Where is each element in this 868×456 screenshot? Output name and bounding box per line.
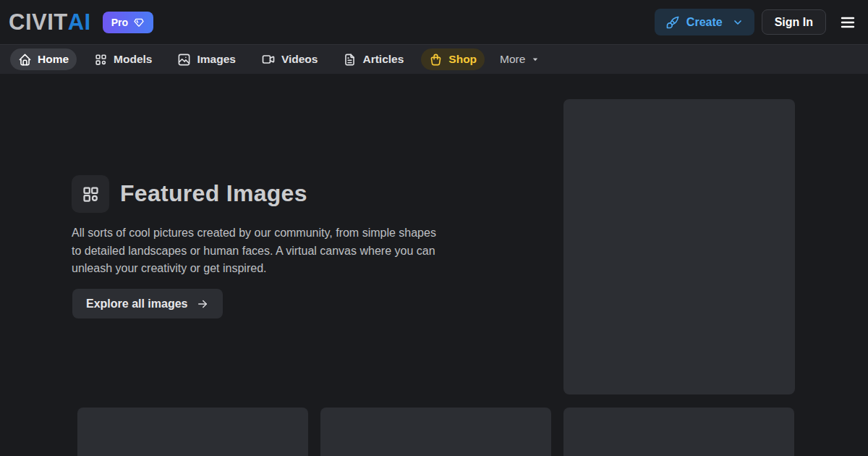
caret-down-icon	[530, 54, 540, 64]
shopping-bag-icon	[429, 53, 443, 67]
create-button[interactable]: Create	[655, 9, 754, 35]
diamond-icon	[133, 17, 145, 28]
logo-text-civit: CIVIT	[9, 9, 68, 35]
nav-label: Videos	[281, 53, 318, 66]
pro-badge-label: Pro	[111, 17, 128, 28]
video-camera-icon	[261, 52, 276, 67]
create-button-label: Create	[686, 16, 723, 29]
nav-item-videos[interactable]: Videos	[253, 48, 326, 70]
featured-images-icon-box	[72, 175, 109, 213]
nav-label: More	[500, 53, 525, 66]
pro-badge-button[interactable]: Pro	[103, 12, 153, 33]
home-icon	[18, 53, 32, 67]
image-card-placeholder[interactable]	[77, 408, 308, 456]
main-navbar: Home Models Images V	[0, 44, 868, 74]
nav-item-more[interactable]: More	[494, 48, 546, 70]
hero-description: All sorts of cool pictures created by ou…	[72, 224, 445, 278]
image-card-placeholder[interactable]	[563, 408, 794, 456]
nav-item-articles[interactable]: Articles	[335, 48, 412, 70]
civitai-logo[interactable]: CIVIT AI	[9, 9, 91, 35]
nav-label: Home	[38, 53, 69, 66]
logo-text-ai: AI	[68, 9, 91, 35]
arrow-right-icon	[196, 297, 209, 311]
nav-label: Models	[114, 53, 152, 66]
page-title: Featured Images	[120, 180, 307, 207]
models-grid-icon	[94, 53, 108, 67]
photo-icon	[177, 53, 191, 67]
explore-button-label: Explore all images	[86, 297, 188, 311]
explore-all-images-button[interactable]: Explore all images	[72, 289, 223, 318]
sign-in-button[interactable]: Sign In	[762, 9, 826, 35]
nav-item-models[interactable]: Models	[86, 48, 160, 70]
nav-label: Shop	[448, 53, 477, 66]
document-icon	[343, 53, 357, 67]
nav-label: Articles	[362, 53, 404, 66]
civitai-home-page: CIVIT AI Pro Create	[0, 0, 868, 456]
nav-item-shop[interactable]: Shop	[421, 48, 485, 70]
image-card-placeholder[interactable]	[320, 408, 551, 456]
sign-in-label: Sign In	[775, 16, 813, 28]
chevron-down-icon	[732, 17, 744, 28]
brush-icon	[665, 15, 680, 30]
hamburger-menu-icon[interactable]	[838, 12, 858, 33]
nav-label: Images	[197, 53, 235, 66]
nav-item-images[interactable]: Images	[169, 48, 243, 70]
category-grid-icon	[81, 185, 101, 204]
header: CIVIT AI Pro Create	[0, 0, 868, 44]
featured-image-card-placeholder[interactable]	[563, 99, 795, 394]
nav-item-home[interactable]: Home	[10, 48, 77, 70]
